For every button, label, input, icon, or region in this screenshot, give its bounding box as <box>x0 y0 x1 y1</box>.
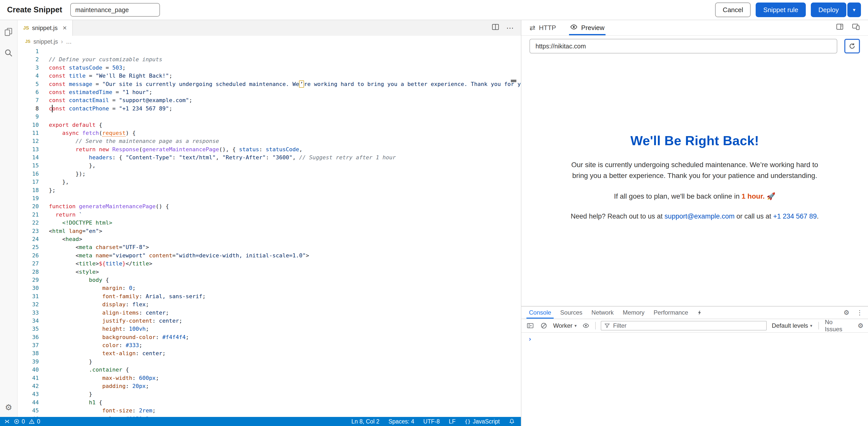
code-line[interactable]: return ` <box>49 211 521 219</box>
devtools-tab-performance[interactable]: Performance <box>649 307 693 319</box>
devtools-tab-console[interactable]: Console <box>524 307 556 319</box>
breadcrumb-file[interactable]: snippet.js <box>33 38 58 45</box>
console-sidebar-toggle-icon[interactable] <box>526 321 534 330</box>
errors-indicator[interactable]: 0 <box>13 418 25 425</box>
code-line[interactable]: .container { <box>49 366 521 374</box>
cursor-position[interactable]: Ln 8, Col 2 <box>351 418 379 425</box>
tab-http[interactable]: ⇄ HTTP <box>529 20 556 35</box>
language-mode[interactable]: {} JavaScript <box>465 418 500 425</box>
code-line[interactable]: } <box>49 358 521 366</box>
snippet-name-input[interactable] <box>70 3 160 17</box>
search-icon[interactable] <box>4 48 13 57</box>
code-line[interactable]: return new Response(generateMaintenanceP… <box>49 145 521 153</box>
code-line[interactable]: headers: { "Content-Type": "text/html", … <box>49 153 521 162</box>
snippet-rule-button[interactable]: Snippet rule <box>756 2 806 17</box>
live-expression-eye-icon[interactable] <box>582 321 590 330</box>
console-filter-input[interactable] <box>613 322 763 329</box>
code-line[interactable]: }, <box>49 178 521 186</box>
clear-console-icon[interactable] <box>539 321 548 330</box>
cancel-button[interactable]: Cancel <box>715 2 751 17</box>
tab-preview[interactable]: Preview <box>570 20 604 35</box>
code-line[interactable]: const message = "Our site is currently u… <box>49 80 521 88</box>
code-line[interactable]: const estimatedTime = "1 hour"; <box>49 88 521 96</box>
code-line[interactable]: }); <box>49 170 521 178</box>
code-line[interactable]: max-width: 600px; <box>49 374 521 382</box>
code-line[interactable]: export default { <box>49 121 521 129</box>
code-line[interactable]: font-size: 2rem; <box>49 406 521 415</box>
performance-insights-icon[interactable] <box>693 307 706 319</box>
code-line[interactable]: const title = "We'll Be Right Back!"; <box>49 72 521 80</box>
devtools-settings-gear-icon[interactable]: ⚙ <box>843 309 849 316</box>
code-line[interactable]: const contactEmail = "support@example.co… <box>49 96 521 104</box>
code-line[interactable]: <meta charset="UTF-8"> <box>49 243 521 251</box>
indentation-setting[interactable]: Spaces: 4 <box>389 418 414 425</box>
line-number: 7 <box>18 96 39 104</box>
kebab-menu-icon[interactable]: ⋮ <box>857 309 863 317</box>
code-lines[interactable]: // Define your customizable inputsconst … <box>41 47 521 417</box>
panel-layout-icon[interactable] <box>836 23 844 32</box>
code-line[interactable]: // Serve the maintenance page as a respo… <box>49 137 521 145</box>
eol-setting[interactable]: LF <box>449 418 456 425</box>
code-line[interactable]: justify-content: center; <box>49 317 521 325</box>
console-settings-gear-icon[interactable]: ⚙ <box>858 322 864 329</box>
code-line[interactable]: background-color: #f4f4f4; <box>49 333 521 341</box>
console-messages-area[interactable]: › <box>521 333 868 426</box>
code-line[interactable]: color: #0051c3; <box>49 415 521 417</box>
warnings-indicator[interactable]: 0 <box>28 418 40 425</box>
issues-counter[interactable]: No Issues <box>825 319 851 333</box>
code-line[interactable]: <meta name="viewport" content="width=dev… <box>49 252 521 260</box>
code-line[interactable] <box>49 47 521 55</box>
more-actions-icon[interactable]: ⋯ <box>506 24 514 32</box>
url-input[interactable] <box>529 39 837 53</box>
split-editor-icon[interactable] <box>492 23 499 33</box>
breadcrumb-more[interactable]: … <box>66 38 72 45</box>
breadcrumb[interactable]: JS snippet.js › … <box>18 36 521 47</box>
code-line[interactable]: function generateMaintenancePage() { <box>49 202 521 210</box>
code-line[interactable]: async fetch(request) { <box>49 129 521 137</box>
code-line[interactable]: const statusCode = 503; <box>49 64 521 72</box>
settings-gear-icon[interactable]: ⚙ <box>4 403 13 412</box>
deploy-dropdown-button[interactable]: ▾ <box>847 2 861 17</box>
phone-link[interactable]: +1 234 567 89 <box>773 212 817 220</box>
code-line[interactable]: <html lang="en"> <box>49 227 521 235</box>
console-prompt-chevron[interactable]: › <box>521 335 868 343</box>
device-preview-icon[interactable] <box>852 23 860 32</box>
snippets-icon[interactable] <box>4 27 13 36</box>
code-line[interactable]: align-items: center; <box>49 309 521 317</box>
code-line[interactable]: <head> <box>49 235 521 243</box>
notifications-bell-icon[interactable] <box>509 419 515 425</box>
code-line[interactable]: height: 100vh; <box>49 325 521 333</box>
code-line[interactable]: margin: 0; <box>49 284 521 292</box>
devtools-tab-network[interactable]: Network <box>587 307 618 319</box>
code-line[interactable]: } <box>49 390 521 398</box>
code-line[interactable]: body { <box>49 276 521 284</box>
code-line[interactable]: // Define your customizable inputs <box>49 55 521 63</box>
refresh-button[interactable] <box>844 39 860 53</box>
devtools-tab-memory[interactable]: Memory <box>618 307 649 319</box>
deploy-button[interactable]: Deploy <box>811 2 846 17</box>
code-line[interactable] <box>49 194 521 202</box>
line-number: 37 <box>18 341 39 349</box>
encoding-setting[interactable]: UTF-8 <box>424 418 440 425</box>
code-line[interactable]: }, <box>49 162 521 170</box>
code-editor[interactable]: 1234567891011121314151617181920212223242… <box>18 47 521 417</box>
code-line[interactable]: <title>${title}</title> <box>49 260 521 268</box>
code-line[interactable]: color: #333; <box>49 341 521 349</box>
code-line[interactable]: text-align: center; <box>49 349 521 358</box>
close-icon[interactable]: × <box>63 24 67 32</box>
remote-indicator-icon[interactable] <box>4 419 10 425</box>
code-line[interactable] <box>49 113 521 121</box>
code-line[interactable]: <!DOCTYPE html> <box>49 219 521 227</box>
tab-snippet-js[interactable]: JS snippet.js × <box>18 20 73 36</box>
support-email-link[interactable]: support@example.com <box>664 212 735 220</box>
code-line[interactable]: <style> <box>49 268 521 276</box>
code-line[interactable]: font-family: Arial, sans-serif; <box>49 292 521 301</box>
code-line[interactable]: const contactPhone = "+1 234 567 89"; <box>49 105 521 113</box>
devtools-tab-sources[interactable]: Sources <box>556 307 587 319</box>
code-line[interactable]: h1 { <box>49 399 521 406</box>
code-line[interactable]: }; <box>49 186 521 194</box>
execution-context-dropdown[interactable]: Worker ▾ <box>553 322 577 329</box>
log-levels-dropdown[interactable]: Default levels ▾ <box>772 322 812 329</box>
code-line[interactable]: display: flex; <box>49 301 521 309</box>
code-line[interactable]: padding: 20px; <box>49 382 521 390</box>
